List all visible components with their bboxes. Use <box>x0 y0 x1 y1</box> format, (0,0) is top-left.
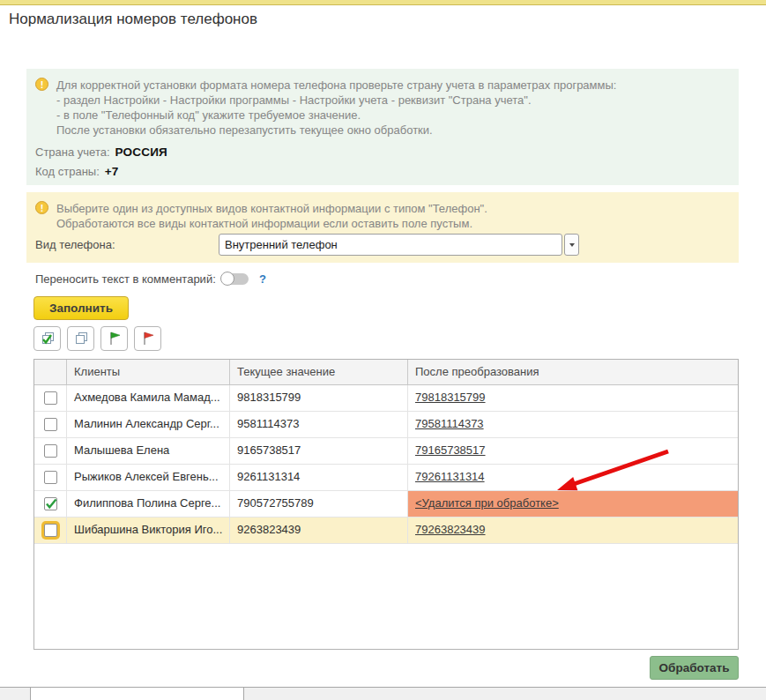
current-value-cell[interactable]: 9581114373 <box>230 412 408 437</box>
client-cell[interactable]: Филиппова Полина Серге... <box>67 491 230 517</box>
green-flag-icon <box>106 330 123 347</box>
warning-icon: ! <box>35 201 48 214</box>
header-converted-value[interactable]: После преобразования <box>408 360 738 384</box>
phone-kind-input[interactable]: Внутренний телефон <box>219 234 562 256</box>
client-cell[interactable]: Рыжиков Алексей Евгень... <box>67 465 230 490</box>
country-label: Страна учета: <box>35 145 110 159</box>
converted-value-link[interactable]: 79165738517 <box>415 443 486 457</box>
row-checkbox-checked[interactable] <box>44 497 57 510</box>
checkbox-cell <box>34 385 67 411</box>
header-current-value[interactable]: Текущее значение <box>230 360 408 384</box>
bottom-taskbar <box>0 688 766 700</box>
row-checkbox[interactable] <box>44 418 57 431</box>
converted-cell: 79263823439 <box>408 518 738 543</box>
table-toolbar <box>33 326 161 351</box>
top-panel-strip <box>0 0 766 5</box>
red-flag-icon <box>139 330 157 347</box>
red-flag-button[interactable] <box>134 326 161 351</box>
current-value-cell[interactable]: 9263823439 <box>230 518 408 543</box>
country-notice-text: Для корректной установки формата номера … <box>56 78 616 138</box>
uncheck-all-button[interactable] <box>67 326 94 351</box>
converted-value-link[interactable]: 79261131314 <box>415 470 485 483</box>
notice-line: После установки обязательно перезапустит… <box>56 123 616 138</box>
process-button[interactable]: Обработать <box>650 656 739 680</box>
bottom-window-tab[interactable] <box>30 688 244 700</box>
converted-cell: 79818315799 <box>408 385 738 411</box>
notice-line: Обработаются все виды контактной информа… <box>56 216 487 231</box>
current-value-cell[interactable]: 790572755789 <box>230 491 408 517</box>
phone-kind-label: Вид телефона: <box>35 238 219 251</box>
notice-line: Выберите один из доступных видов контакт… <box>56 201 487 216</box>
client-cell[interactable]: Малинин Александр Серг... <box>67 412 230 437</box>
current-value-cell[interactable]: 9261131314 <box>230 465 408 490</box>
converted-cell: 79261131314 <box>408 465 738 490</box>
current-value-cell[interactable]: 9165738517 <box>230 438 408 464</box>
client-cell[interactable]: Малышева Елена <box>67 438 230 464</box>
checkbox-cell <box>34 465 67 490</box>
uncheck-all-icon <box>72 330 90 347</box>
phone-kind-notice-box: ! Выберите один из доступных видов конта… <box>26 192 739 263</box>
help-question-icon[interactable]: ? <box>259 272 266 286</box>
row-checkbox[interactable] <box>44 524 57 537</box>
client-cell[interactable]: Ахмедова Камила Мамад... <box>67 385 230 411</box>
comment-toggle-label: Переносить текст в комментарий: <box>35 272 220 286</box>
warning-icon: ! <box>35 78 48 91</box>
client-cell[interactable]: Шибаршина Виктория Иго... <box>67 518 230 543</box>
country-value: РОССИЯ <box>115 145 167 159</box>
chevron-down-icon <box>569 243 575 247</box>
row-checkbox[interactable] <box>44 471 57 484</box>
notice-line: - раздел Настройки - Настройки программы… <box>56 93 616 108</box>
notice-line: Для корректной установки формата номера … <box>56 78 616 93</box>
converted-value-link[interactable]: 79818315799 <box>415 391 486 404</box>
checkbox-cell <box>34 412 67 437</box>
green-flag-button[interactable] <box>100 326 128 351</box>
table-row[interactable]: Рыжиков Алексей Евгень...926113131479261… <box>34 465 738 491</box>
country-code-value: +7 <box>105 165 119 178</box>
checkbox-cell <box>34 491 67 517</box>
converted-value-link[interactable]: <Удалится при обработке> <box>415 496 559 510</box>
country-notice-box: ! Для корректной установки формата номер… <box>26 69 739 185</box>
converted-cell: 79165738517 <box>408 438 738 464</box>
fill-button[interactable]: Заполнить <box>33 296 129 320</box>
check-all-button[interactable] <box>33 326 61 351</box>
clients-table: Клиенты Текущее значение После преобразо… <box>33 359 739 650</box>
header-checkbox-column <box>34 360 67 384</box>
country-row: Страна учета:РОССИЯ <box>35 145 739 159</box>
normalization-window: Нормализация номеров телефонов ! Для кор… <box>0 0 766 700</box>
comment-toggle-switch[interactable] <box>222 273 249 285</box>
green-check-icon <box>44 496 58 510</box>
current-value-cell[interactable]: 9818315799 <box>230 385 408 411</box>
comment-toggle-row: Переносить текст в комментарий: ? <box>35 271 266 287</box>
converted-value-link[interactable]: 79581114373 <box>415 417 484 430</box>
table-row[interactable]: Малышева Елена916573851779165738517 <box>34 438 738 465</box>
table-body: Ахмедова Камила Мамад...9818315799798183… <box>34 385 738 544</box>
header-clients[interactable]: Клиенты <box>67 360 230 384</box>
phone-kind-field-row: Вид телефона: Внутренний телефон <box>35 234 579 256</box>
converted-value-link[interactable]: 79263823439 <box>415 523 486 536</box>
table-header: Клиенты Текущее значение После преобразо… <box>34 360 738 385</box>
table-row[interactable]: Ахмедова Камила Мамад...9818315799798183… <box>34 385 738 412</box>
check-all-icon <box>39 330 56 347</box>
page-title: Нормализация номеров телефонов <box>9 11 257 28</box>
phone-kind-notice-text: Выберите один из доступных видов контакт… <box>56 201 487 231</box>
table-row[interactable]: Малинин Александр Серг...958111437379581… <box>34 412 738 438</box>
row-checkbox[interactable] <box>44 391 57 405</box>
checkbox-cell <box>34 518 67 543</box>
converted-cell: 79581114373 <box>408 412 738 437</box>
row-checkbox[interactable] <box>44 444 57 458</box>
toggle-knob-icon <box>220 272 234 286</box>
phone-kind-value: Внутренний телефон <box>225 238 338 251</box>
converted-cell: <Удалится при обработке> <box>408 491 738 517</box>
country-code-label: Код страны: <box>35 165 100 178</box>
notice-line: - в поле "Телефонный код" укажите требуе… <box>56 108 616 123</box>
table-row[interactable]: Шибаршина Виктория Иго...926382343979263… <box>34 518 738 544</box>
checkbox-cell <box>34 438 67 464</box>
phone-kind-dropdown-button[interactable] <box>564 234 579 256</box>
table-row[interactable]: Филиппова Полина Серге...790572755789<Уд… <box>34 491 738 518</box>
country-code-row: Код страны:+7 <box>35 165 739 178</box>
